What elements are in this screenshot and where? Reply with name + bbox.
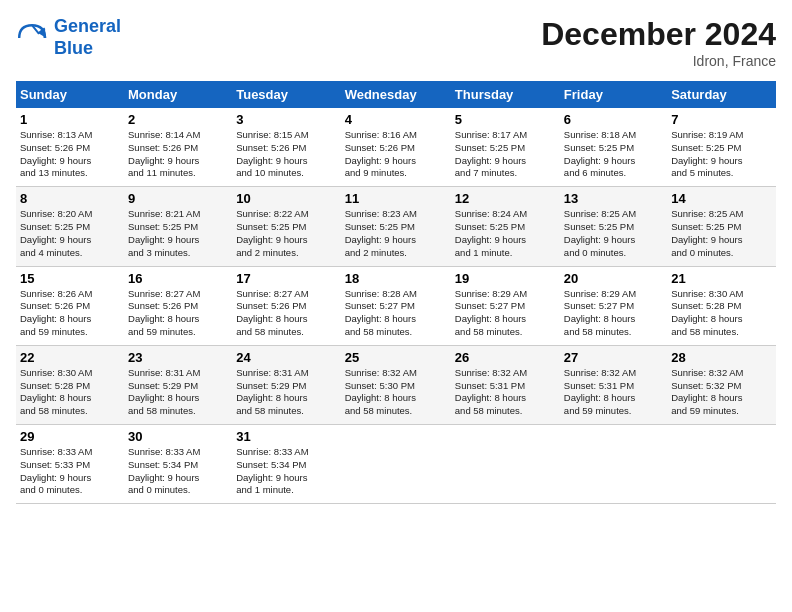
calendar-cell: 21Sunrise: 8:30 AM Sunset: 5:28 PM Dayli… [667,266,776,345]
day-number: 23 [128,350,228,365]
calendar-cell: 12Sunrise: 8:24 AM Sunset: 5:25 PM Dayli… [451,187,560,266]
day-number: 19 [455,271,556,286]
calendar-cell [667,425,776,504]
day-number: 4 [345,112,447,127]
calendar-week-5: 29Sunrise: 8:33 AM Sunset: 5:33 PM Dayli… [16,425,776,504]
day-info: Sunrise: 8:21 AM Sunset: 5:25 PM Dayligh… [128,208,228,259]
day-number: 27 [564,350,663,365]
calendar-cell: 24Sunrise: 8:31 AM Sunset: 5:29 PM Dayli… [232,345,340,424]
location: Idron, France [541,53,776,69]
day-number: 3 [236,112,336,127]
day-info: Sunrise: 8:33 AM Sunset: 5:33 PM Dayligh… [20,446,120,497]
title-block: December 2024 Idron, France [541,16,776,69]
calendar-cell [451,425,560,504]
calendar-cell: 27Sunrise: 8:32 AM Sunset: 5:31 PM Dayli… [560,345,667,424]
calendar-cell: 15Sunrise: 8:26 AM Sunset: 5:26 PM Dayli… [16,266,124,345]
calendar-table: SundayMondayTuesdayWednesdayThursdayFrid… [16,81,776,504]
col-thursday: Thursday [451,81,560,108]
logo: General Blue [16,16,121,59]
day-info: Sunrise: 8:13 AM Sunset: 5:26 PM Dayligh… [20,129,120,180]
day-number: 24 [236,350,336,365]
day-number: 12 [455,191,556,206]
day-info: Sunrise: 8:16 AM Sunset: 5:26 PM Dayligh… [345,129,447,180]
day-info: Sunrise: 8:32 AM Sunset: 5:32 PM Dayligh… [671,367,772,418]
day-info: Sunrise: 8:20 AM Sunset: 5:25 PM Dayligh… [20,208,120,259]
calendar-cell: 18Sunrise: 8:28 AM Sunset: 5:27 PM Dayli… [341,266,451,345]
calendar-cell: 14Sunrise: 8:25 AM Sunset: 5:25 PM Dayli… [667,187,776,266]
day-info: Sunrise: 8:30 AM Sunset: 5:28 PM Dayligh… [671,288,772,339]
day-number: 15 [20,271,120,286]
day-number: 31 [236,429,336,444]
day-info: Sunrise: 8:23 AM Sunset: 5:25 PM Dayligh… [345,208,447,259]
day-number: 29 [20,429,120,444]
calendar-cell: 7Sunrise: 8:19 AM Sunset: 5:25 PM Daylig… [667,108,776,187]
day-number: 6 [564,112,663,127]
calendar-cell: 26Sunrise: 8:32 AM Sunset: 5:31 PM Dayli… [451,345,560,424]
day-info: Sunrise: 8:30 AM Sunset: 5:28 PM Dayligh… [20,367,120,418]
calendar-cell: 20Sunrise: 8:29 AM Sunset: 5:27 PM Dayli… [560,266,667,345]
day-number: 28 [671,350,772,365]
day-info: Sunrise: 8:32 AM Sunset: 5:30 PM Dayligh… [345,367,447,418]
day-number: 18 [345,271,447,286]
page-header: General Blue December 2024 Idron, France [16,16,776,69]
calendar-cell [560,425,667,504]
calendar-cell: 25Sunrise: 8:32 AM Sunset: 5:30 PM Dayli… [341,345,451,424]
col-sunday: Sunday [16,81,124,108]
day-info: Sunrise: 8:19 AM Sunset: 5:25 PM Dayligh… [671,129,772,180]
calendar-cell: 31Sunrise: 8:33 AM Sunset: 5:34 PM Dayli… [232,425,340,504]
col-wednesday: Wednesday [341,81,451,108]
month-title: December 2024 [541,16,776,53]
day-info: Sunrise: 8:33 AM Sunset: 5:34 PM Dayligh… [236,446,336,497]
day-number: 14 [671,191,772,206]
day-info: Sunrise: 8:32 AM Sunset: 5:31 PM Dayligh… [564,367,663,418]
day-number: 9 [128,191,228,206]
logo-blue: Blue [54,38,93,58]
day-number: 5 [455,112,556,127]
day-info: Sunrise: 8:14 AM Sunset: 5:26 PM Dayligh… [128,129,228,180]
day-number: 13 [564,191,663,206]
day-info: Sunrise: 8:17 AM Sunset: 5:25 PM Dayligh… [455,129,556,180]
col-tuesday: Tuesday [232,81,340,108]
col-monday: Monday [124,81,232,108]
day-number: 2 [128,112,228,127]
day-info: Sunrise: 8:29 AM Sunset: 5:27 PM Dayligh… [564,288,663,339]
calendar-cell: 16Sunrise: 8:27 AM Sunset: 5:26 PM Dayli… [124,266,232,345]
day-info: Sunrise: 8:32 AM Sunset: 5:31 PM Dayligh… [455,367,556,418]
day-number: 21 [671,271,772,286]
calendar-cell: 1Sunrise: 8:13 AM Sunset: 5:26 PM Daylig… [16,108,124,187]
day-number: 10 [236,191,336,206]
calendar-header: SundayMondayTuesdayWednesdayThursdayFrid… [16,81,776,108]
day-number: 30 [128,429,228,444]
day-info: Sunrise: 8:26 AM Sunset: 5:26 PM Dayligh… [20,288,120,339]
calendar-cell: 10Sunrise: 8:22 AM Sunset: 5:25 PM Dayli… [232,187,340,266]
calendar-cell: 11Sunrise: 8:23 AM Sunset: 5:25 PM Dayli… [341,187,451,266]
day-number: 20 [564,271,663,286]
day-number: 8 [20,191,120,206]
day-info: Sunrise: 8:24 AM Sunset: 5:25 PM Dayligh… [455,208,556,259]
day-info: Sunrise: 8:25 AM Sunset: 5:25 PM Dayligh… [671,208,772,259]
calendar-week-2: 8Sunrise: 8:20 AM Sunset: 5:25 PM Daylig… [16,187,776,266]
day-info: Sunrise: 8:25 AM Sunset: 5:25 PM Dayligh… [564,208,663,259]
day-info: Sunrise: 8:28 AM Sunset: 5:27 PM Dayligh… [345,288,447,339]
calendar-cell: 6Sunrise: 8:18 AM Sunset: 5:25 PM Daylig… [560,108,667,187]
calendar-cell: 22Sunrise: 8:30 AM Sunset: 5:28 PM Dayli… [16,345,124,424]
day-number: 25 [345,350,447,365]
logo-icon [16,22,48,54]
day-info: Sunrise: 8:15 AM Sunset: 5:26 PM Dayligh… [236,129,336,180]
day-number: 17 [236,271,336,286]
calendar-week-4: 22Sunrise: 8:30 AM Sunset: 5:28 PM Dayli… [16,345,776,424]
calendar-cell: 17Sunrise: 8:27 AM Sunset: 5:26 PM Dayli… [232,266,340,345]
day-number: 11 [345,191,447,206]
day-info: Sunrise: 8:27 AM Sunset: 5:26 PM Dayligh… [128,288,228,339]
day-info: Sunrise: 8:31 AM Sunset: 5:29 PM Dayligh… [236,367,336,418]
col-saturday: Saturday [667,81,776,108]
day-info: Sunrise: 8:29 AM Sunset: 5:27 PM Dayligh… [455,288,556,339]
day-info: Sunrise: 8:18 AM Sunset: 5:25 PM Dayligh… [564,129,663,180]
day-number: 26 [455,350,556,365]
calendar-cell: 23Sunrise: 8:31 AM Sunset: 5:29 PM Dayli… [124,345,232,424]
logo-text: General Blue [54,16,121,59]
day-info: Sunrise: 8:22 AM Sunset: 5:25 PM Dayligh… [236,208,336,259]
calendar-cell: 5Sunrise: 8:17 AM Sunset: 5:25 PM Daylig… [451,108,560,187]
calendar-cell: 13Sunrise: 8:25 AM Sunset: 5:25 PM Dayli… [560,187,667,266]
day-number: 1 [20,112,120,127]
